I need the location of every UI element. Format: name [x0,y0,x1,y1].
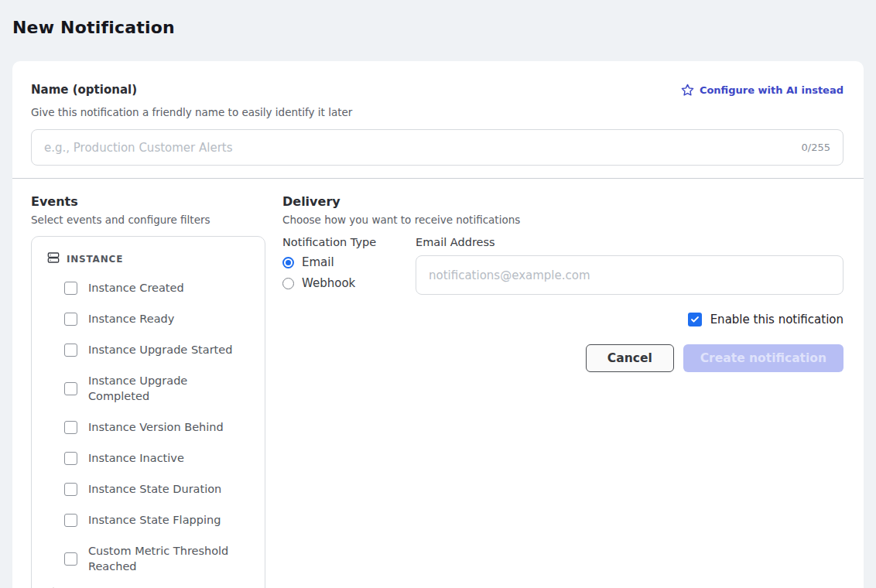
name-input-container: 0/255 [31,129,843,166]
event-item-instance-inactive[interactable]: Instance Inactive [64,443,252,473]
checkbox-unchecked[interactable] [64,483,77,496]
event-item-label: Instance Upgrade Completed [88,373,247,404]
radio-option-webhook[interactable]: Webhook [282,276,399,290]
checkbox-unchecked[interactable] [64,514,77,527]
event-group-instance: INSTANCE [47,251,252,267]
checkbox-unchecked[interactable] [64,282,77,295]
event-item-instance-upgrade-completed[interactable]: Instance Upgrade Completed [64,365,252,412]
events-heading: Events [31,194,265,209]
radio-option-label: Email [302,255,334,269]
radio-option-label: Webhook [302,276,355,290]
notification-type-label: Notification Type [282,236,399,248]
event-item-label: Instance State Flapping [88,512,221,528]
name-section: Name (optional) Configure with AI instea… [12,61,864,178]
name-section-description: Give this notification a friendly name t… [31,106,843,118]
configure-with-ai-link[interactable]: Configure with AI instead [681,84,843,97]
name-section-heading: Name (optional) [31,83,137,97]
name-input[interactable] [44,141,794,155]
event-item-instance-upgrade-started[interactable]: Instance Upgrade Started [64,334,252,365]
server-icon [47,251,60,267]
event-item-custom-metric-threshold[interactable]: Custom Metric Threshold Reached [64,535,252,582]
radio-selected-icon[interactable] [282,257,294,268]
event-item-label: Instance State Duration [88,481,221,497]
email-input-container [416,255,843,295]
event-item-instance-state-duration[interactable]: Instance State Duration [64,473,252,504]
cancel-button[interactable]: Cancel [586,344,674,372]
event-item-label: Custom Metric Threshold Reached [88,543,247,574]
email-input[interactable] [429,268,830,282]
create-notification-button[interactable]: Create notification [683,344,843,372]
event-item-instance-state-flapping[interactable]: Instance State Flapping [64,504,252,535]
char-counter: 0/255 [802,142,830,153]
event-item-label: Instance Version Behind [88,419,224,435]
checkbox-unchecked[interactable] [64,382,77,395]
checkbox-unchecked[interactable] [64,552,77,566]
new-notification-card: Name (optional) Configure with AI instea… [12,61,864,588]
email-address-label: Email Address [416,236,843,248]
star-icon [681,84,694,97]
event-group-label: INSTANCE [67,254,123,265]
event-item-instance-version-behind[interactable]: Instance Version Behind [64,412,252,443]
events-section: Events Select events and configure filte… [31,194,265,588]
enable-notification-toggle[interactable]: Enable this notification [282,313,843,326]
configure-with-ai-label: Configure with AI instead [700,84,843,96]
checkbox-unchecked[interactable] [64,421,77,434]
checkbox-unchecked[interactable] [64,344,77,357]
delivery-description: Choose how you want to receive notificat… [282,214,843,226]
enable-notification-label: Enable this notification [710,313,843,326]
delivery-heading: Delivery [282,194,843,209]
event-item-label: Instance Inactive [88,450,184,466]
checkbox-unchecked[interactable] [64,313,77,326]
event-item-label: Instance Upgrade Started [88,342,232,357]
checkbox-checked-icon[interactable] [688,313,702,326]
radio-unselected-icon[interactable] [282,278,294,289]
radio-option-email[interactable]: Email [282,255,399,269]
event-item-label: Instance Ready [88,311,174,326]
checkbox-unchecked[interactable] [64,452,77,465]
events-description: Select events and configure filters [31,214,265,226]
event-item-instance-ready[interactable]: Instance Ready [64,303,252,334]
delivery-section: Delivery Choose how you want to receive … [282,194,843,588]
event-item-instance-created[interactable]: Instance Created [64,272,252,303]
page-title: New Notification [12,18,876,37]
event-item-label: Instance Created [88,280,184,296]
events-list: INSTANCE Instance Created Instance Ready… [31,236,265,588]
